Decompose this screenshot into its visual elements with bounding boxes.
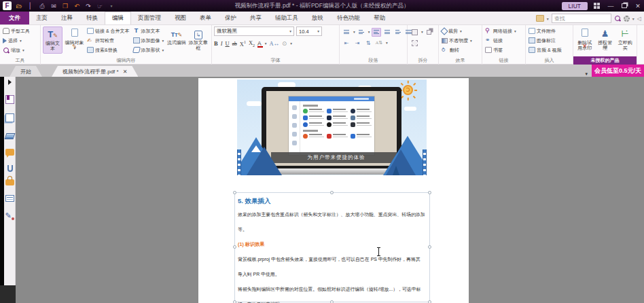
numbered-list-dropdown[interactable]: ▾ [368,30,370,34]
zoom-button[interactable]: 缩放▾ [2,46,31,54]
bookmarks-icon[interactable] [5,95,14,104]
search-replace-button[interactable]: 搜索&替换 [86,46,130,54]
line-spacing-button[interactable]: ⇅ [363,39,373,48]
tab-organize[interactable]: 页面管理 [131,12,168,24]
align-right-button[interactable] [393,28,403,37]
superscript-button[interactable]: X1 [240,40,246,48]
increase-indent-button[interactable]: ⇥ [353,39,362,48]
signature-icon[interactable]: ✎ [5,211,14,220]
font-name-select[interactable]: 微软雅黑▾ [214,26,294,36]
file-attachment-button[interactable]: 文件附件 [528,26,562,35]
selection-handle[interactable] [428,245,431,249]
bullet-list-button[interactable] [342,28,351,37]
audio-video-button[interactable]: 音频 & 视频 [528,46,562,54]
selection-handle[interactable] [330,300,334,303]
opacity-button[interactable]: 不透明度▾ [441,36,473,45]
underline-button[interactable]: U [226,40,230,47]
link-button[interactable]: ⚭链接 [484,36,517,45]
restore-button[interactable] [622,3,627,8]
minimize-button[interactable]: — [606,3,615,10]
align-left-button[interactable] [372,28,381,37]
gear-icon[interactable] [624,16,630,22]
font-color-dropdown[interactable]: ▾ [265,41,267,46]
spell-check-button[interactable]: ✍拼写检查 [86,36,130,45]
close-doc-tab-icon[interactable]: ✕ [123,69,128,75]
decrease-indent-button[interactable]: ⇤ [342,39,351,48]
search-input[interactable] [552,14,611,23]
edit-object-button[interactable]: ✎ 编辑对象▾ [65,26,84,52]
selected-text-block[interactable]: 5. 效果插入 效果的添加主要包含重点标识（箭头和文字标注）、放大缩小功能、重点… [234,192,430,302]
reflow-edit-button[interactable]: TT✎ 流式编辑 [166,26,186,47]
selection-handle[interactable] [428,191,431,194]
link-join-text-button[interactable]: 链接 & 合并文本 [86,26,130,35]
add-shape-button[interactable]: 添加形状▾ [132,46,165,54]
merge-box-button[interactable] [425,28,434,37]
tab-protect[interactable]: 保护 [218,12,243,24]
tab-edit[interactable]: 编辑 [105,12,131,24]
snapshot-icon[interactable]: ❐ [61,2,69,10]
split-box-button[interactable] [410,28,419,37]
selection-handle[interactable] [330,191,334,194]
bookmark-button[interactable]: 书签 [484,46,517,54]
tab-share[interactable]: 共享 [243,12,268,24]
select-button[interactable]: 选择▾ [2,36,31,45]
subscript-button[interactable]: X2 [249,39,255,48]
tab-help[interactable]: 帮助 [367,12,392,24]
doc-tab-current[interactable]: 视频制作流程手册.pdf * ✕ [52,66,138,77]
workspace-grid-icon[interactable] [594,3,600,9]
crop-button[interactable]: 裁剪▾ [441,26,473,35]
gear-dropdown[interactable]: ▾ [632,16,634,21]
layers-icon[interactable] [4,133,15,139]
selection-handle[interactable] [233,245,236,249]
tab-present[interactable]: 放映 [305,12,330,24]
bold-button[interactable]: B [214,40,218,47]
doc-tabs-dropdown[interactable]: ▾ [581,71,592,77]
close-button[interactable]: ✕ [633,3,643,10]
illustration-image[interactable]: 为用户带来便捷的体验 [237,79,427,175]
find-scope-icon[interactable] [536,15,544,22]
italic-button[interactable]: I [221,40,223,47]
char-spacing-button[interactable]: A↔ [269,40,279,47]
qat-more-icon[interactable]: ▾ [107,2,115,10]
hand-icon[interactable]: ☞ [96,2,104,10]
print-icon[interactable]: ⎙ [38,2,46,10]
membership-promo-banner[interactable]: 会员低至0.5元/天 [592,65,644,77]
weblink-button[interactable]: ⚲网络链接▾ [484,26,517,35]
selection-handle[interactable] [233,191,236,194]
para-more-dropdown[interactable]: ▾ [386,41,388,45]
font-size-select[interactable]: 10.4▾ [296,26,322,36]
tab-view[interactable]: 视图 [168,12,193,24]
hand-tool-button[interactable]: 手型工具 [2,26,31,35]
doc-tab-start[interactable]: 开始 [10,66,42,77]
selection-handle[interactable] [428,300,431,303]
license-manage-button[interactable]: ♟ 授权管理 [596,26,615,52]
text-style-button[interactable]: ⊙ [282,40,287,47]
remove-trial-watermark-button[interactable]: ✕ 删除试用水印 [575,26,594,52]
mail-icon[interactable]: ✉ [50,2,58,10]
tab-home[interactable]: 主页 [29,12,54,24]
search-icon[interactable] [614,15,621,22]
save-icon[interactable]: ⎜ [26,2,35,10]
account-badge[interactable]: LIUT [562,2,588,10]
frame-button[interactable] [410,39,419,48]
add-text-button[interactable]: T添加文本 [132,26,165,35]
security-icon[interactable] [5,179,14,185]
page-thumbnails-icon[interactable] [5,113,14,122]
form-fields-icon[interactable] [5,195,14,202]
open-icon[interactable]: 🗁︎ [15,2,23,10]
attachments-icon[interactable] [7,165,13,172]
add-article-box-button[interactable]: ↳ 添加文章框 [188,26,208,52]
tab-comment[interactable]: 注释 [54,12,79,24]
strikethrough-button[interactable]: ab [232,41,237,47]
expand-panel-icon[interactable] [8,79,12,85]
edit-text-button[interactable]: T✎ 编辑文本 [43,26,62,54]
buy-now-button[interactable]: ⊢̇ 立即购买 [615,26,634,52]
bullet-list-dropdown[interactable]: ▾ [353,30,355,34]
para-spacing-button[interactable]: A⇅ [374,39,384,48]
image-annotation-button[interactable]: 图像标注 [528,36,562,45]
flip-button[interactable]: ⥁翻转 [441,46,473,54]
find-scope-dropdown[interactable]: ▾ [547,16,549,21]
redo-icon[interactable]: ↷ [84,2,92,10]
tab-features[interactable]: 特色功能 [330,12,367,24]
split-dropdown[interactable]: ▾ [421,30,423,34]
